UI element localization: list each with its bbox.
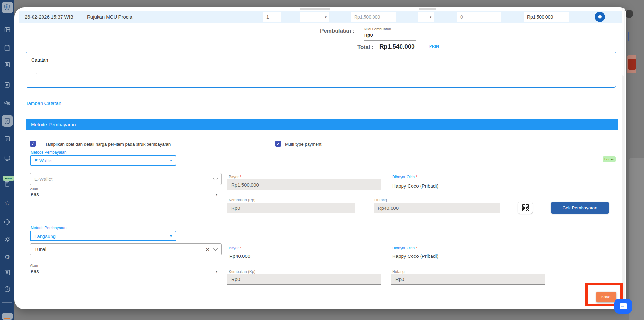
app-logo-shield-icon[interactable] <box>4 4 10 11</box>
method2-kembalian-label: Kembalian (Rp) <box>229 269 255 274</box>
multi-payment-checkbox-label: Multi type payment <box>285 142 321 147</box>
row-total-input[interactable]: Rp1.500.000 <box>524 12 569 22</box>
caret-down-icon: ▾ <box>170 234 172 238</box>
dibayar-label-text: Dibayar Oleh <box>392 175 415 179</box>
method1-hutang-input: Rp40.000 <box>374 203 500 213</box>
multi-payment-checkbox[interactable]: ✓ <box>275 141 281 147</box>
chat-widget-button[interactable] <box>614 299 632 314</box>
required-mark: * <box>416 175 417 179</box>
caret-down-icon[interactable]: ▾ <box>216 270 218 273</box>
method2-dibayar-input[interactable]: Happy Coco (Pribadi) <box>392 253 438 259</box>
row-print-button[interactable] <box>595 12 605 22</box>
method2-akun-label: Akun <box>30 263 38 267</box>
method2-tunai-value: Tunai <box>34 247 46 252</box>
sidebar-item-pharmacy[interactable] <box>4 99 11 106</box>
chat-bubble-icon <box>620 303 627 309</box>
method1-dibayar-label: Dibayar Oleh* <box>392 175 417 179</box>
sidebar-item-cashier-active[interactable] <box>4 118 11 124</box>
show-detail-checkbox-label: Tampilkan obat dan detail harga per-item… <box>45 142 171 147</box>
notes-title: Catatan <box>31 57 48 63</box>
method1-akun-select[interactable]: Kas <box>31 191 39 197</box>
sidebar-item-document[interactable] <box>4 180 11 187</box>
sidebar-item-favorites[interactable]: ☆ <box>0 199 14 207</box>
new-feature-badge: Baru <box>3 176 14 181</box>
price-input[interactable]: Rp1.500.000 <box>351 12 396 22</box>
caret-down-icon: ▾ <box>170 159 172 162</box>
nilai-pembulatan-value[interactable]: Rp0 <box>364 33 373 38</box>
sidebar-item-addons-puzzle[interactable] <box>4 218 11 225</box>
chevron-down-icon <box>213 176 218 180</box>
caret-down-icon: ▾ <box>430 15 431 19</box>
printer-icon <box>597 14 603 20</box>
dimmed-red-button <box>627 55 636 73</box>
cutoff-dropdown-fragment <box>300 8 330 10</box>
show-detail-checkbox[interactable]: ✓ <box>30 141 36 147</box>
sidebar-item-clipboard[interactable] <box>4 81 11 88</box>
sidebar-item-settings-gear[interactable]: ⚙ <box>0 253 14 261</box>
clear-icon[interactable]: × <box>206 246 210 253</box>
sidebar-item-id-card[interactable] <box>4 269 11 276</box>
sidebar-item-monitor[interactable] <box>4 155 11 161</box>
method1-akun-underline <box>30 198 222 198</box>
method1-dibayar-underline <box>391 190 545 190</box>
method2-select[interactable]: Langsung ▾ <box>30 231 176 241</box>
method1-kembalian-label: Kembalian (Rp) <box>229 198 255 202</box>
method2-akun-select[interactable]: Kas <box>31 268 39 274</box>
qty-input[interactable]: 1 <box>263 12 281 22</box>
unit-select[interactable]: ▾ <box>300 12 329 22</box>
app-root: Baru ☆ ⚙ 26-02-2026 15:37 WIB Rujukan MC… <box>0 0 644 320</box>
method1-dibayar-input[interactable]: Happy Coco (Pribadi) <box>392 183 438 189</box>
dibayar-label-text: Dibayar Oleh <box>392 246 415 250</box>
method2-bayar-label: Bayar* <box>229 246 241 250</box>
method1-select[interactable]: E-Wallet ▾ <box>30 155 176 166</box>
required-mark: * <box>240 175 241 179</box>
method2-bayar-input[interactable]: Rp40.000 <box>229 253 250 259</box>
sidebar-item-calendar[interactable] <box>4 44 11 51</box>
bayar-label-text: Bayar <box>229 175 239 179</box>
check-payment-button[interactable]: Cek Pembayaran <box>551 202 609 214</box>
method1-bayar-label: Bayar* <box>229 175 241 179</box>
notes-box[interactable]: Catatan - <box>26 52 616 88</box>
avatar <box>625 10 633 18</box>
total-label: Total : <box>357 44 374 51</box>
method2-hutang-label: Hutang <box>392 269 405 274</box>
discount-type-select[interactable]: ▾ <box>418 12 434 22</box>
sidebar-item-patients[interactable] <box>4 61 11 68</box>
discount-input[interactable]: 0 <box>457 12 501 22</box>
sidebar-divider <box>2 302 12 303</box>
required-mark: * <box>240 246 241 250</box>
method2-dibayar-underline <box>391 261 545 261</box>
nilai-pembulatan-underline <box>364 40 416 41</box>
nilai-pembulatan-label: Nilai Pembulatan <box>364 27 391 31</box>
required-mark: * <box>416 246 417 250</box>
method2-akun-underline <box>30 275 222 275</box>
sidebar-item-integrations-plug[interactable] <box>4 236 11 243</box>
qr-code-button[interactable] <box>518 202 533 214</box>
method1-akun-label: Akun <box>30 187 38 191</box>
method1-label: Metode Pembayaran <box>31 150 66 155</box>
checkmark-icon: ✓ <box>277 141 280 146</box>
method1-wallet-select[interactable]: E-Wallet <box>30 173 222 185</box>
sidebar-item-dashboard[interactable] <box>4 26 11 33</box>
method1-bayar-input: Rp1.500.000 <box>227 179 381 190</box>
method2-dibayar-label: Dibayar Oleh* <box>392 246 417 250</box>
sidebar-item-cash-register[interactable] <box>4 135 11 142</box>
method1-kembalian-input: Rp0 <box>227 203 355 213</box>
add-note-link[interactable]: Tambah Catatan <box>26 101 61 106</box>
modal-scrollbar-thumb[interactable] <box>622 9 624 76</box>
print-link[interactable]: PRINT <box>429 44 441 49</box>
sidebar-bottom-logo[interactable] <box>2 313 13 320</box>
dimmed-right-panel <box>629 158 644 320</box>
invoice-date: 26-02-2026 15:37 WIB <box>25 14 73 20</box>
caret-down-icon[interactable]: ▾ <box>216 193 218 196</box>
invoice-item-name: Rujukan MCU Prodia <box>87 14 132 20</box>
divider <box>26 220 616 220</box>
method1-select-value: E-Wallet <box>34 158 52 163</box>
method2-bayar-underline <box>227 261 381 261</box>
sidebar-item-help[interactable] <box>4 286 11 293</box>
method2-select-value: Langsung <box>34 233 56 239</box>
qr-code-icon <box>522 204 529 211</box>
notes-content: - <box>36 71 37 75</box>
pembulatan-label: Pembulatan : <box>320 28 355 34</box>
method2-tunai-select[interactable]: Tunai × <box>30 243 222 255</box>
